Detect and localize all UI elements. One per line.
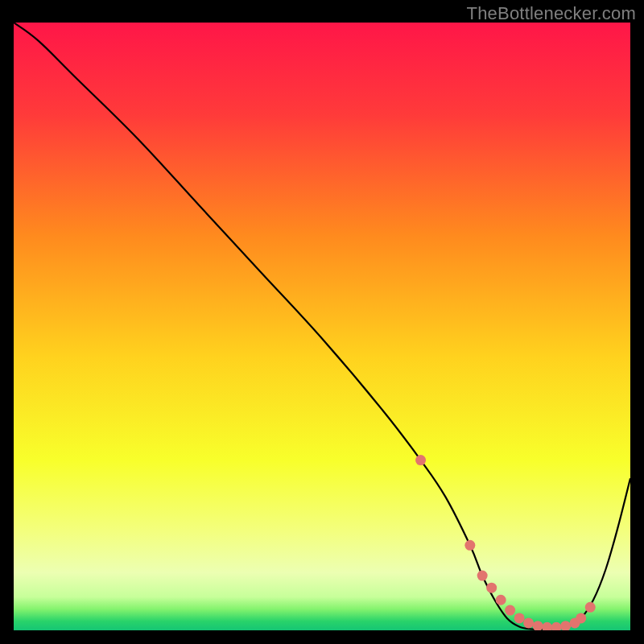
bottleneck-curve-chart	[14, 23, 630, 630]
gradient-background	[14, 23, 630, 630]
chart-stage: TheBottlenecker.com	[0, 0, 644, 644]
curve-marker	[464, 540, 475, 551]
attribution-text: TheBottlenecker.com	[467, 3, 636, 24]
curve-marker	[496, 595, 506, 605]
curve-marker	[415, 455, 426, 465]
curve-marker	[585, 602, 596, 613]
curve-marker	[523, 617, 534, 628]
curve-marker	[505, 605, 515, 616]
curve-marker	[576, 613, 586, 623]
curve-marker	[486, 583, 497, 593]
plot-area	[14, 23, 630, 630]
curve-marker	[514, 613, 525, 623]
curve-marker	[477, 571, 488, 581]
